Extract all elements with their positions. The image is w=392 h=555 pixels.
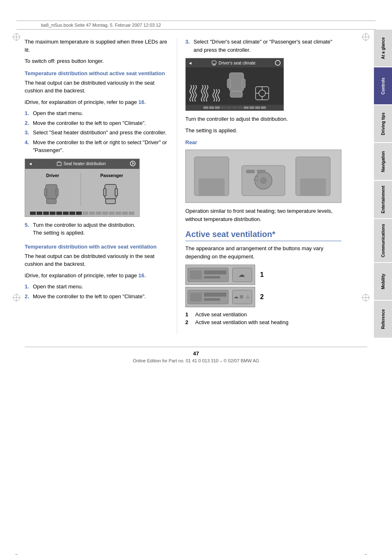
- section1-step5-list: 5. Turn the controller to adjust the dis…: [25, 221, 168, 237]
- page-number: 47: [25, 350, 367, 357]
- svg-rect-25: [56, 189, 58, 196]
- svg-rect-45: [199, 178, 225, 196]
- svg-rect-63: [190, 292, 202, 302]
- caption-2-num: 2: [185, 319, 192, 325]
- intro-p2: To switch off: press button longer.: [25, 57, 168, 65]
- svg-rect-50: [300, 178, 326, 196]
- section1-steps: 1. Open the start menu. 2. Move the cont…: [25, 109, 168, 154]
- svg-rect-18: [57, 162, 61, 166]
- right-sidebar: At a glance Controls Driving tips Naviga…: [374, 30, 392, 339]
- airflow-icon3: [212, 89, 221, 101]
- svg-rect-58: [204, 276, 220, 279]
- section1-step3: 3. Select "Seat heater distribution" and…: [25, 129, 168, 137]
- vent-button-2-img: ☁ ⊞ ♨: [185, 287, 255, 307]
- active-ventilation-body: The appearance and arrangement of the bu…: [185, 244, 341, 260]
- svg-rect-22: [46, 184, 57, 199]
- sidebar-tab-entertainment[interactable]: Entertainment: [374, 181, 392, 218]
- svg-rect-24: [44, 189, 47, 196]
- rear-interior-image: ♫: [186, 150, 341, 203]
- sidebar-tab-at-a-glance[interactable]: At a glance: [374, 30, 392, 67]
- svg-rect-28: [104, 189, 106, 196]
- driver-seat-icon: [42, 181, 63, 206]
- airflow-icon1: [189, 85, 198, 101]
- driver-label: Driver: [46, 173, 59, 178]
- caption-list: 1 Active seat ventilation 2 Active seat …: [185, 311, 341, 325]
- right-step3-list: 3. Select "Driver's seat climate" or "Pa…: [185, 38, 341, 54]
- svg-rect-35: [227, 79, 231, 88]
- sidebar-tab-controls[interactable]: Controls: [374, 67, 392, 104]
- section2-steps: 1. Open the start menu. 2. Move the cont…: [25, 283, 168, 300]
- file-info-bar: ba8_m5us.book Seite 47 Montag, 5. Februa…: [16, 21, 376, 30]
- sidebar-tab-navigation[interactable]: Navigation: [374, 143, 392, 180]
- seat-heater-screen: ◄ Seat heater distribution: [25, 159, 140, 217]
- right-step3: 3. Select "Driver's seat climate" or "Pa…: [185, 38, 341, 54]
- svg-rect-56: [190, 270, 202, 279]
- svg-text:☁: ☁: [234, 294, 238, 299]
- svg-text:☁: ☁: [238, 271, 245, 278]
- section1-heading: Temperature distribution without active …: [25, 70, 168, 76]
- page-container: ba8_m5us.book Seite 47 Montag, 5. Februa…: [0, 21, 392, 555]
- after-screen-text2: The setting is applied.: [185, 127, 341, 135]
- section1-step2: 2. Move the controller to the left to op…: [25, 119, 168, 127]
- after-screen-text1: Turn the controller to adjust the distri…: [185, 115, 341, 123]
- vent-button-svg-2: ☁ ⊞ ♨: [186, 287, 255, 307]
- svg-text:⊞: ⊞: [240, 294, 243, 299]
- sidebar-tab-driving-tips[interactable]: Driving tips: [374, 105, 392, 142]
- svg-rect-31: [213, 64, 215, 65]
- svg-rect-64: [204, 292, 226, 297]
- svg-point-48: [260, 177, 267, 184]
- caption-1-num: 1: [185, 311, 192, 318]
- section1-body-p2: iDrive, for explanation of principle, re…: [25, 98, 168, 106]
- climate-settings-icon: [274, 60, 281, 66]
- sidebar-tab-reference[interactable]: Reference: [374, 301, 392, 338]
- vent-row-2: ☁ ⊞ ♨ 2: [185, 287, 341, 307]
- vent-row-1: ☁ 1: [185, 265, 341, 285]
- caption-1-text: Active seat ventilation: [195, 311, 247, 318]
- svg-text:♫: ♫: [253, 173, 259, 182]
- right-column: 3. Select "Driver's seat climate" or "Pa…: [177, 34, 350, 339]
- sidebar-tab-communications[interactable]: Communications: [374, 219, 392, 262]
- svg-rect-29: [115, 189, 118, 196]
- caption-item-1: 1 Active seat ventilation: [185, 311, 341, 318]
- svg-rect-27: [106, 199, 115, 204]
- screen-title-text: Seat heater distribution: [64, 161, 106, 166]
- climate-title-bar: ◄ Driver's seat climate: [186, 58, 284, 67]
- svg-rect-34: [230, 91, 242, 97]
- vent-button-2-num: 2: [260, 293, 264, 301]
- section2-step2: 2. Move the controller to the left to op…: [25, 292, 168, 301]
- climate-screen-title: Driver's seat climate: [219, 61, 256, 65]
- section2-body-p1: The heat output can be distributed vario…: [25, 252, 168, 268]
- screen-title-bar: ◄ Seat heater distribution: [25, 159, 139, 169]
- section1-step1: 1. Open the start menu.: [25, 109, 168, 117]
- left-column: The maximum temperature is supplied when…: [0, 34, 177, 339]
- rear-screen: ♫: [185, 150, 341, 203]
- svg-rect-36: [242, 79, 245, 88]
- svg-point-38: [259, 90, 265, 97]
- seat-climate-icon: [211, 60, 217, 66]
- section2-step1: 1. Open the start menu.: [25, 283, 168, 291]
- section1-step5: 5. Turn the controller to adjust the dis…: [25, 221, 168, 237]
- svg-point-21: [130, 161, 135, 166]
- rear-body-text: Operation similar to front seat heating;…: [185, 207, 341, 223]
- svg-point-32: [275, 60, 280, 65]
- step5-text: Turn the controller to adjust the distri…: [33, 222, 136, 236]
- climate-extra-icon: [254, 85, 270, 101]
- svg-rect-33: [229, 73, 244, 91]
- vent-button-1-img: ☁: [185, 265, 255, 285]
- caption-item-2: 2 Active seat ventilation with seat heat…: [185, 319, 341, 325]
- section1-page-link[interactable]: 16: [138, 99, 144, 105]
- section1-body-p2-text: iDrive, for explanation of principle, re…: [25, 99, 138, 105]
- caption-2-text: Active seat ventilation with seat heatin…: [195, 319, 288, 325]
- passenger-seat-icon: [101, 181, 122, 206]
- section2-page-link[interactable]: 16: [138, 272, 144, 279]
- svg-rect-26: [105, 184, 116, 199]
- rear-heading: Rear: [185, 139, 341, 145]
- passenger-label: Passenger: [100, 173, 123, 178]
- svg-text:♨: ♨: [246, 294, 250, 299]
- page-footer: 47 Online Edition for Part no. 01 41 0 0…: [25, 347, 367, 363]
- sidebar-tab-mobility[interactable]: Mobility: [374, 263, 392, 300]
- section1-step4: 4. Move the controller to the left or ri…: [25, 138, 168, 154]
- file-info-text: ba8_m5us.book Seite 47 Montag, 5. Februa…: [41, 23, 161, 28]
- screen-progress: [25, 210, 139, 216]
- svg-rect-65: [204, 298, 220, 301]
